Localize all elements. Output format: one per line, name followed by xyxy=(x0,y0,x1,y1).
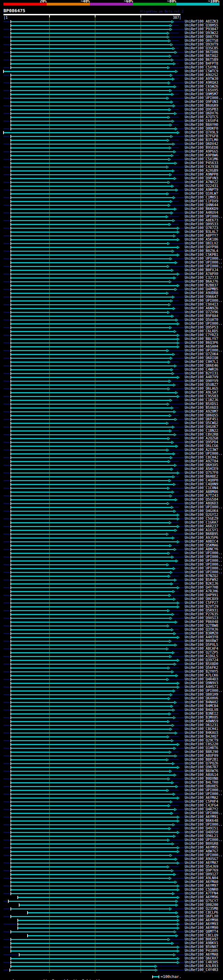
alignment-bar[interactable] xyxy=(11,109,168,110)
hit-label[interactable]: UniRef100_A8BM86 xyxy=(184,490,218,494)
alignment-bar[interactable] xyxy=(11,266,167,267)
hit-label[interactable]: UniRef100_Q95P53 xyxy=(184,326,218,329)
alignment-bar[interactable] xyxy=(11,404,167,405)
alignment-bar[interactable] xyxy=(11,358,170,359)
hit-label[interactable]: UniRef100_UPI000.. xyxy=(184,506,222,509)
hit-label[interactable]: UniRef100_A9USG7 xyxy=(184,857,218,861)
hit-label[interactable]: UniRef100_B9F8A4 xyxy=(184,314,218,318)
alignment-bar[interactable] xyxy=(11,381,168,382)
hit-label[interactable]: UniRef100_B0XRW7 xyxy=(184,639,218,643)
alignment-bar[interactable] xyxy=(11,538,172,538)
hit-label[interactable]: UniRef100_Q6XHV6 xyxy=(184,697,218,700)
hit-label[interactable]: UniRef100_UPI000.. xyxy=(184,551,222,555)
hit-label[interactable]: UniRef100_Q235M8 xyxy=(184,907,218,910)
hit-label[interactable]: UniRef100_Q2TZP5 xyxy=(184,651,218,654)
hit-label[interactable]: UniRef100_Q8ILV2 xyxy=(184,242,218,245)
hit-label[interactable]: UniRef100_A4H3Y8 xyxy=(184,635,218,639)
hit-label[interactable]: UniRef100_UPI000.. xyxy=(184,566,222,570)
hit-label[interactable]: UniRef100_C4Y4R3 xyxy=(184,968,218,972)
alignment-bar[interactable] xyxy=(11,729,170,730)
alignment-bar[interactable] xyxy=(11,301,170,301)
hit-label[interactable]: UniRef100_A9TWJ0 xyxy=(184,77,218,81)
alignment-bar[interactable] xyxy=(11,939,168,940)
hit-label[interactable]: UniRef100_A7LCK6 xyxy=(184,674,218,677)
hit-label[interactable]: UniRef100_Q6CRX7 xyxy=(184,957,218,960)
hit-label[interactable]: UniRef100_Q2TBW8 xyxy=(184,624,218,627)
hit-label[interactable]: UniRef100_C7YRZ3 xyxy=(184,333,218,337)
alignment-bar[interactable] xyxy=(11,67,167,68)
alignment-bar[interactable] xyxy=(11,365,174,366)
alignment-bar[interactable] xyxy=(11,407,171,409)
hit-label[interactable]: UniRef100_C8CH42 xyxy=(184,456,218,459)
hit-label[interactable]: UniRef100_UPI000.. xyxy=(184,299,222,302)
alignment-bar[interactable] xyxy=(11,583,171,584)
alignment-bar[interactable] xyxy=(11,713,168,714)
hit-label[interactable]: UniRef100_A8CAF4 xyxy=(184,647,218,651)
hit-label[interactable]: UniRef100_B9SED8 xyxy=(184,146,218,150)
hit-label[interactable]: UniRef100_UPI000.. xyxy=(184,788,222,792)
alignment-bar[interactable] xyxy=(11,805,168,806)
hit-label[interactable]: UniRef100_A6YM95 xyxy=(184,846,218,849)
hit-label[interactable]: UniRef100_C5FP27 xyxy=(184,601,218,605)
hit-label[interactable]: UniRef100_B3MX05 xyxy=(184,716,218,719)
alignment-bar[interactable] xyxy=(11,186,172,187)
alignment-bar[interactable] xyxy=(11,843,172,845)
alignment-bar[interactable] xyxy=(11,526,177,527)
alignment-bar[interactable] xyxy=(11,495,170,496)
hit-label[interactable]: UniRef100_Q7R7Z3 xyxy=(184,226,218,230)
alignment-bar[interactable] xyxy=(11,836,173,837)
hit-label[interactable]: UniRef100_C4R305 xyxy=(184,961,218,964)
alignment-bar[interactable] xyxy=(11,143,172,145)
alignment-bar[interactable] xyxy=(11,350,167,351)
alignment-bar[interactable] xyxy=(11,507,171,508)
hit-label[interactable]: UniRef100_A9Z0M7 xyxy=(184,410,218,414)
alignment-bar[interactable] xyxy=(11,255,177,256)
hit-label[interactable]: UniRef100_A7APX0 xyxy=(184,272,218,276)
hit-label[interactable]: UniRef100_Q6LAG5 xyxy=(184,387,218,390)
hit-label[interactable]: UniRef100_Q9FVN3 xyxy=(184,177,218,180)
hit-label[interactable]: UniRef100_A5HIE9 xyxy=(184,467,218,471)
hit-label[interactable]: UniRef100_Q4DD50 xyxy=(184,830,218,834)
hit-label[interactable]: UniRef100_B7NZQ2 xyxy=(184,574,218,578)
hit-label[interactable]: UniRef100_A9NPP8 xyxy=(184,173,218,176)
hit-label[interactable]: UniRef100_B6T5B9 xyxy=(184,58,218,62)
alignment-bar[interactable] xyxy=(11,511,173,512)
alignment-bar[interactable] xyxy=(4,132,177,133)
alignment-bar[interactable] xyxy=(11,840,167,841)
hit-label[interactable]: UniRef100_A6YM97 xyxy=(184,884,218,888)
alignment-bar[interactable] xyxy=(11,557,172,558)
alignment-bar[interactable] xyxy=(11,163,175,164)
hit-label[interactable]: UniRef100_C6SVX5 xyxy=(184,89,218,92)
alignment-bar[interactable] xyxy=(11,576,168,577)
hit-label[interactable]: UniRef100_Q56FK2 xyxy=(184,666,218,670)
alignment-bar[interactable] xyxy=(11,29,170,30)
alignment-bar[interactable] xyxy=(11,767,177,768)
alignment-bar[interactable] xyxy=(11,610,167,611)
hit-label[interactable]: UniRef100_B3NEI2 xyxy=(184,712,218,716)
alignment-bar[interactable] xyxy=(11,492,172,493)
hit-label[interactable]: UniRef100_A3LR93 xyxy=(184,964,218,968)
hit-label[interactable]: UniRef100_B4QLV8 xyxy=(184,708,218,712)
alignment-bar[interactable] xyxy=(11,33,167,34)
hit-label[interactable]: UniRef100_B0FXJ4 xyxy=(184,268,218,272)
alignment-bar[interactable] xyxy=(11,488,167,489)
alignment-bar[interactable] xyxy=(18,920,177,921)
hit-label[interactable]: UniRef100_B6UGR9 xyxy=(184,104,218,107)
alignment-bar[interactable] xyxy=(11,247,177,248)
alignment-bar[interactable] xyxy=(18,897,177,898)
hit-label[interactable]: UniRef100_B4JHQ7 xyxy=(184,735,218,738)
hit-label[interactable]: UniRef100_A9NPT9 xyxy=(184,188,218,192)
hit-label[interactable]: UniRef100_Q7ZV96 xyxy=(184,310,218,314)
hit-label[interactable]: UniRef100_A6SAH4 xyxy=(184,345,218,348)
hit-label[interactable]: UniRef100_A8WN59 xyxy=(184,720,218,723)
alignment-bar[interactable] xyxy=(11,63,173,64)
alignment-bar[interactable] xyxy=(11,243,167,244)
alignment-bar[interactable] xyxy=(28,935,176,936)
alignment-bar[interactable] xyxy=(11,648,166,649)
alignment-bar[interactable] xyxy=(11,763,172,764)
hit-label[interactable]: UniRef100_A7RJH6 xyxy=(184,590,218,593)
alignment-bar[interactable] xyxy=(11,44,170,45)
alignment-bar[interactable] xyxy=(11,625,167,627)
alignment-bar[interactable] xyxy=(11,560,176,562)
alignment-bar[interactable] xyxy=(11,415,169,416)
